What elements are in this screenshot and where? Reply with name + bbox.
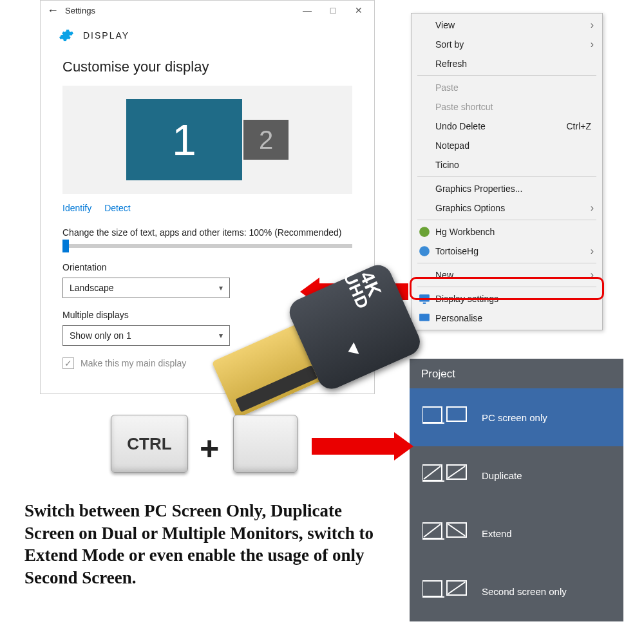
project-label: Extend	[482, 528, 512, 539]
identify-link[interactable]: Identify	[62, 203, 91, 213]
monitor-2[interactable]: 2	[243, 120, 289, 160]
svg-rect-5	[422, 407, 442, 422]
blank-key	[233, 415, 298, 473]
chevron-down-icon: ▾	[219, 283, 223, 292]
separator	[417, 263, 596, 263]
monitor-1[interactable]: 1	[126, 99, 242, 180]
multiple-displays-value: Show only on 1	[70, 330, 131, 341]
personalise-icon	[419, 312, 430, 324]
ctx-paste: Paste	[413, 78, 600, 97]
monitor-icon	[419, 293, 430, 305]
detect-link[interactable]: Detect	[104, 203, 130, 213]
chevron-right-icon: ›	[591, 269, 594, 281]
titlebar: ← Settings ― □ ✕	[41, 1, 374, 20]
ctx-hg-workbench[interactable]: Hg Workbench	[413, 222, 600, 242]
project-label: Second screen only	[482, 586, 567, 597]
maximize-button[interactable]: □	[320, 1, 346, 19]
svg-point-1	[419, 246, 430, 256]
window-title: Settings	[62, 6, 294, 15]
svg-rect-2	[419, 294, 430, 301]
project-label: Duplicate	[482, 470, 522, 481]
ctx-display-settings[interactable]: Display settings	[413, 289, 600, 308]
project-panel: Project PC screen only Duplicate Extend …	[410, 359, 623, 621]
desktop-context-menu: View› Sort by› Refresh Paste Paste short…	[411, 13, 603, 330]
monitor-arrangement[interactable]: 1 2	[62, 86, 352, 194]
scale-slider[interactable]	[62, 244, 352, 248]
svg-rect-12	[422, 538, 444, 540]
project-label: PC screen only	[482, 412, 547, 423]
project-pc-only[interactable]: PC screen only	[410, 388, 623, 446]
shortcut-label: Ctrl+Z	[567, 121, 592, 131]
ctx-ticino[interactable]: Ticino	[413, 155, 600, 175]
gear-icon	[59, 28, 74, 43]
duplicate-icon	[422, 461, 468, 489]
hg-icon	[419, 226, 430, 238]
red-arrow-right	[312, 438, 395, 455]
svg-rect-15	[422, 596, 444, 598]
minimize-button[interactable]: ―	[294, 1, 320, 19]
triangle-icon	[346, 342, 359, 357]
ctx-refresh[interactable]: Refresh	[413, 54, 600, 73]
second-only-icon	[422, 577, 468, 605]
slider-thumb[interactable]	[62, 240, 69, 252]
separator	[417, 75, 596, 76]
svg-rect-3	[423, 303, 426, 304]
chevron-right-icon: ›	[591, 202, 594, 214]
ctrl-key: CTRL	[111, 415, 188, 473]
orientation-value: Landscape	[70, 283, 114, 293]
ctx-sort[interactable]: Sort by›	[413, 35, 600, 54]
svg-rect-6	[422, 422, 444, 424]
svg-rect-7	[447, 407, 466, 421]
extend-icon	[422, 519, 468, 547]
chevron-right-icon: ›	[591, 39, 594, 50]
ctx-tortoisehg[interactable]: TortoiseHg›	[413, 242, 600, 261]
dongle-label: 4KUHD	[341, 263, 386, 312]
svg-rect-14	[422, 581, 442, 596]
svg-point-0	[419, 227, 430, 237]
pc-only-icon	[422, 403, 468, 431]
ctx-notepad[interactable]: Notepad	[413, 136, 600, 155]
project-duplicate[interactable]: Duplicate	[410, 446, 623, 504]
main-display-label: Make this my main display	[80, 358, 186, 368]
ctx-new[interactable]: New›	[413, 265, 600, 285]
project-second-only[interactable]: Second screen only	[410, 562, 623, 620]
back-button[interactable]: ←	[43, 4, 62, 17]
scale-label: Change the size of text, apps and other …	[62, 227, 352, 238]
page-heading: Customise your display	[62, 59, 352, 75]
chevron-right-icon: ›	[591, 19, 594, 31]
separator	[417, 176, 596, 177]
orientation-dropdown[interactable]: Landscape ▾	[62, 278, 230, 298]
ctx-personalise[interactable]: Personalise	[413, 308, 600, 328]
svg-rect-9	[422, 480, 444, 482]
tortoise-icon	[419, 245, 430, 257]
orientation-label: Orientation	[62, 262, 352, 272]
checkbox-icon[interactable]: ✓	[62, 357, 74, 369]
project-title: Project	[410, 359, 623, 388]
ctx-paste-shortcut: Paste shortcut	[413, 97, 600, 117]
ctx-graphics-properties[interactable]: Graphics Properties...	[413, 179, 600, 198]
separator	[417, 220, 596, 220]
svg-rect-4	[419, 314, 430, 321]
chevron-right-icon: ›	[591, 245, 594, 257]
identify-detect-row: Identify Detect	[62, 203, 352, 213]
section-title: DISPLAY	[83, 30, 129, 41]
project-extend[interactable]: Extend	[410, 504, 623, 562]
separator	[417, 287, 596, 287]
ctx-graphics-options[interactable]: Graphics Options›	[413, 198, 600, 218]
ctx-view[interactable]: View›	[413, 15, 600, 35]
caption-text: Switch between PC Screen Only, Duplicate…	[24, 500, 385, 589]
plus-sign: +	[200, 429, 219, 468]
ctx-undo[interactable]: Undo DeleteCtrl+Z	[413, 117, 600, 136]
section-header: DISPLAY	[41, 20, 374, 48]
close-button[interactable]: ✕	[346, 1, 372, 19]
